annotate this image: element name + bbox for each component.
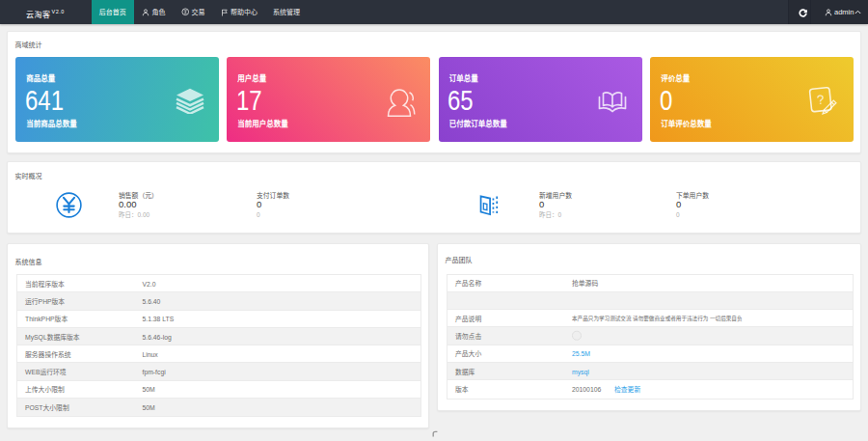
svg-text:?: ? — [816, 93, 825, 108]
